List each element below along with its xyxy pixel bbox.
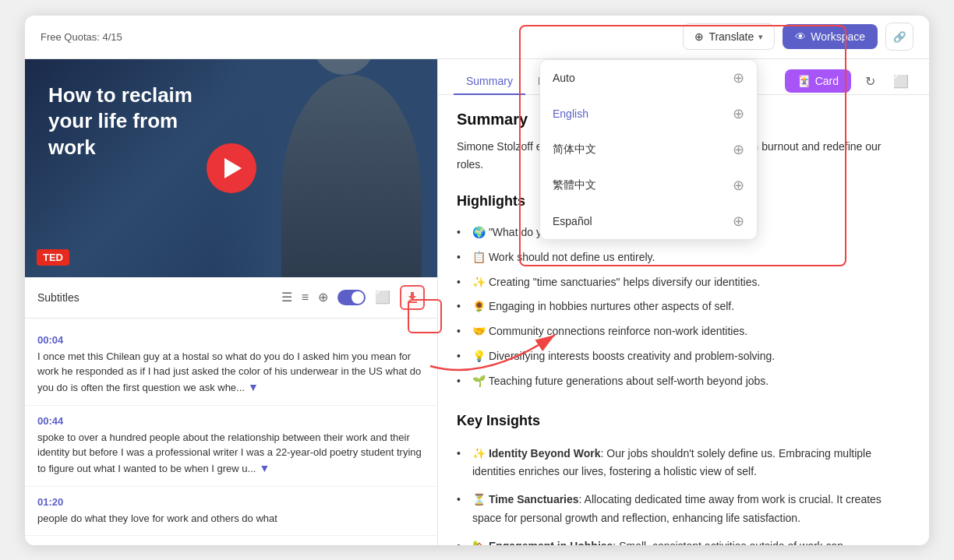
transcript-text: people do what they love for work and ot… bbox=[37, 511, 425, 527]
transcript-text: I once met this Chilean guy at a hostal … bbox=[37, 349, 425, 396]
lang-option-traditional-chinese[interactable]: 繁體中文 ⊕ bbox=[540, 167, 757, 203]
list-item: ⏳ Time Sanctuaries: Allocating dedicated… bbox=[457, 486, 910, 533]
transcript-time: 00:04 bbox=[37, 334, 425, 346]
card-label: Card bbox=[815, 75, 839, 87]
translate-label: Translate bbox=[708, 30, 754, 43]
link-button[interactable]: 🔗 bbox=[885, 23, 913, 51]
list-item: 💡 Diversifying interests boosts creativi… bbox=[457, 344, 910, 369]
plus-circle-icon[interactable]: ⊕ bbox=[318, 290, 328, 305]
tab-summary[interactable]: Summary bbox=[454, 69, 525, 95]
translate-en-icon: ⊕ bbox=[733, 105, 744, 122]
menu-lines-icon[interactable]: ☰ bbox=[281, 290, 292, 305]
list-icon[interactable]: ≡ bbox=[302, 291, 309, 305]
list-item: 📋 Work should not define us entirely. bbox=[457, 245, 910, 270]
play-button[interactable] bbox=[207, 143, 256, 193]
expand-icon[interactable]: ▼ bbox=[259, 462, 270, 474]
subtitles-label: Subtitles bbox=[37, 291, 272, 304]
transcript-text: spoke to over a hundred people about the… bbox=[37, 430, 425, 477]
transcripts-list: 00:04 I once met this Chilean guy at a h… bbox=[25, 319, 437, 545]
list-item: 🤝 Community connections reinforce non-wo… bbox=[457, 319, 910, 344]
lang-option-simplified-chinese[interactable]: 简体中文 ⊕ bbox=[540, 132, 757, 167]
ted-badge: TED bbox=[37, 249, 69, 266]
video-title: How to reclaim your life from work bbox=[48, 83, 220, 161]
card-button[interactable]: 🃏 Card bbox=[785, 69, 851, 93]
transcript-time: 01:20 bbox=[37, 496, 425, 508]
lang-label: 简体中文 bbox=[553, 143, 596, 157]
translate-es-icon: ⊕ bbox=[733, 213, 744, 230]
list-item: ✨ Creating "time sanctuaries" helps dive… bbox=[457, 270, 910, 295]
lang-label: English bbox=[553, 107, 588, 120]
lang-label: Español bbox=[553, 215, 592, 227]
link-icon: 🔗 bbox=[893, 31, 906, 43]
download-button[interactable] bbox=[400, 285, 425, 310]
refresh-icon[interactable]: ↻ bbox=[857, 69, 882, 93]
list-item: 🌻 Engaging in hobbies nurtures other asp… bbox=[457, 294, 910, 319]
translate-button[interactable]: ⊕ Translate ▾ bbox=[683, 23, 775, 50]
lang-option-auto[interactable]: Auto ⊕ bbox=[540, 60, 757, 96]
translate-zh-icon: ⊕ bbox=[733, 141, 744, 158]
lang-label: 繁體中文 bbox=[553, 178, 596, 192]
highlights-list: 🌍 "What do you do?" can limit our identi… bbox=[457, 220, 910, 394]
svg-rect-0 bbox=[408, 301, 417, 303]
key-insights-title: Key Insights bbox=[457, 413, 910, 429]
chevron-down-icon: ▾ bbox=[758, 32, 763, 42]
expand-icon[interactable]: ▼ bbox=[248, 381, 259, 393]
free-quotas: Free Quotas: 4/15 bbox=[41, 31, 122, 43]
subtitles-toggle[interactable] bbox=[337, 290, 366, 305]
list-item: ✨ Identity Beyond Work: Our jobs shouldn… bbox=[457, 440, 910, 487]
key-insights-list: ✨ Identity Beyond Work: Our jobs shouldn… bbox=[457, 440, 910, 545]
copy-icon[interactable]: ⬜ bbox=[375, 290, 390, 305]
translate-icon: ⊕ bbox=[694, 30, 704, 43]
copy-content-icon[interactable]: ⬜ bbox=[889, 69, 913, 93]
transcript-item[interactable]: 00:44 spoke to over a hundred people abo… bbox=[25, 406, 437, 487]
lang-option-espanol[interactable]: Español ⊕ bbox=[540, 203, 757, 239]
workspace-label: Workspace bbox=[811, 30, 865, 43]
lang-label: Auto bbox=[553, 72, 575, 84]
card-icon: 🃏 bbox=[797, 75, 811, 87]
transcript-item[interactable]: 00:04 I once met this Chilean guy at a h… bbox=[25, 325, 437, 406]
list-item: 🏡 Engagement in Hobbies: Small, consiste… bbox=[457, 533, 910, 545]
workspace-button[interactable]: 👁 Workspace bbox=[783, 24, 878, 49]
eye-icon: 👁 bbox=[795, 30, 806, 43]
translate-zht-icon: ⊕ bbox=[733, 177, 744, 194]
list-item: 🌱 Teaching future generations about self… bbox=[457, 369, 910, 394]
translate-auto-icon: ⊕ bbox=[733, 69, 744, 86]
lang-option-english[interactable]: English ⊕ bbox=[540, 96, 757, 132]
transcript-time: 00:44 bbox=[37, 415, 425, 427]
transcript-item[interactable]: 01:20 people do what they love for work … bbox=[25, 487, 437, 537]
language-dropdown[interactable]: Auto ⊕ English ⊕ 简体中文 ⊕ 繁體中文 ⊕ Español ⊕ bbox=[539, 59, 758, 240]
